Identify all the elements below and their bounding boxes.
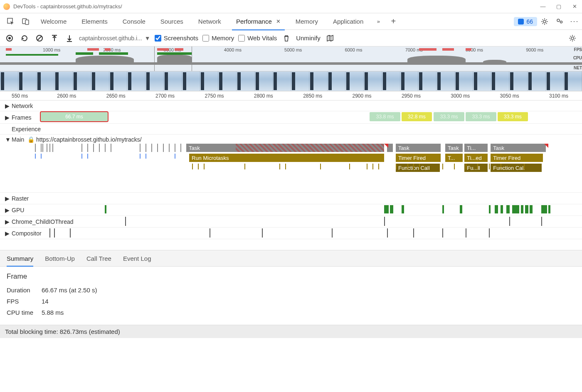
gpu-bar[interactable] [495, 205, 498, 213]
screenshot-thumb[interactable] [37, 71, 55, 91]
expand-icon[interactable]: ▶ [5, 207, 9, 213]
screenshot-thumb[interactable] [345, 71, 364, 91]
clear-button[interactable] [34, 33, 45, 44]
gpu-bar[interactable] [506, 205, 510, 213]
tracks-panel[interactable]: ▶Network ▶Frames 66.7 ms33.8 ms32.8 ms33… [0, 100, 582, 250]
gpu-bar[interactable] [442, 205, 444, 213]
gpu-bar[interactable] [489, 205, 491, 213]
capture-settings-icon[interactable] [567, 33, 578, 44]
expand-icon[interactable]: ▶ [5, 218, 9, 225]
new-tab-icon[interactable]: + [388, 17, 398, 27]
btab-eventlog[interactable]: Event Log [123, 251, 151, 266]
settings-icon[interactable] [540, 17, 550, 27]
minimize-button[interactable]: — [539, 3, 547, 10]
memory-checkbox[interactable]: Memory [202, 34, 234, 42]
btab-summary[interactable]: Summary [7, 251, 33, 266]
tab-close-icon[interactable]: ✕ [276, 18, 281, 24]
tab-console[interactable]: Console [115, 13, 153, 30]
close-button[interactable]: ✕ [570, 3, 579, 10]
btab-calltree[interactable]: Call Tree [86, 251, 111, 266]
screenshot-thumb[interactable] [400, 71, 419, 91]
screenshot-thumb[interactable] [455, 71, 473, 91]
flame-bar[interactable]: Task [396, 144, 441, 152]
gpu-bar[interactable] [501, 205, 503, 213]
screenshot-thumb[interactable] [382, 71, 400, 91]
track-main[interactable]: ▼Main 🔒 https://captainbrosset.github.io… [0, 135, 582, 193]
trash-button[interactable] [281, 33, 292, 44]
expand-icon[interactable]: ▶ [5, 114, 9, 121]
upload-button[interactable] [49, 33, 60, 44]
track-raster[interactable]: ▶Raster [0, 193, 582, 204]
screenshot-thumb[interactable] [91, 71, 109, 91]
screenshot-thumb[interactable] [73, 71, 91, 91]
screenshot-thumb[interactable] [528, 71, 546, 91]
screenshot-thumb[interactable] [146, 71, 164, 91]
track-childio[interactable]: ▶Chrome_ChildIOThread [0, 216, 582, 228]
screenshot-thumb[interactable] [473, 71, 491, 91]
flame-bar[interactable]: Timer Fired [396, 154, 441, 162]
screenshot-thumb[interactable] [564, 71, 582, 91]
tab-memory[interactable]: Memory [288, 13, 326, 30]
tab-elements[interactable]: Elements [74, 13, 115, 30]
webvitals-checkbox[interactable]: Web Vitals [238, 34, 277, 42]
screenshot-thumb[interactable] [491, 71, 509, 91]
gpu-bar[interactable] [530, 205, 533, 213]
frame-chip[interactable]: 66.7 ms [41, 112, 108, 121]
screenshot-thumb[interactable] [54, 71, 73, 91]
screenshot-filmstrip[interactable] [0, 71, 582, 91]
reload-record-button[interactable] [19, 33, 30, 44]
screenshot-thumb[interactable] [109, 71, 128, 91]
frame-chip[interactable]: 33.3 ms [498, 112, 528, 121]
flame-bar[interactable]: Function Call [396, 164, 440, 172]
flame-bar[interactable]: Timer Fired [491, 154, 543, 162]
gpu-bar[interactable] [525, 205, 528, 213]
flame-bar[interactable]: Run Microtasks [189, 154, 384, 162]
screenshot-thumb[interactable] [436, 71, 455, 91]
more-tabs-icon[interactable]: » [373, 17, 383, 27]
maximize-button[interactable]: ▢ [555, 3, 563, 10]
flame-bar[interactable] [236, 144, 384, 152]
screenshot-thumb[interactable] [418, 71, 436, 91]
screenshot-thumb[interactable] [328, 71, 346, 91]
feedback-icon[interactable] [555, 17, 565, 27]
screenshot-thumb[interactable] [164, 71, 182, 91]
screenshot-thumb[interactable] [309, 71, 328, 91]
gpu-bar[interactable] [521, 205, 523, 213]
map-icon[interactable] [325, 33, 335, 44]
gpu-bar[interactable] [548, 205, 551, 213]
flame-bar[interactable]: Task [186, 144, 236, 152]
overview-minimap[interactable]: 1000 ms2000 ms3000 ms4000 ms5000 ms6000 … [0, 47, 582, 71]
gpu-bar[interactable] [460, 205, 462, 213]
screenshot-thumb[interactable] [18, 71, 37, 91]
record-button[interactable] [4, 33, 15, 44]
frame-chip[interactable]: 33.3 ms [434, 112, 464, 121]
gpu-bar[interactable] [105, 205, 106, 213]
flame-bar[interactable]: Fu...ll [464, 164, 488, 172]
frame-chip[interactable]: 32.8 ms [402, 112, 432, 121]
download-button[interactable] [64, 33, 75, 44]
flame-bar[interactable]: Function Call [491, 164, 542, 172]
tab-sources[interactable]: Sources [153, 13, 191, 30]
inspect-icon[interactable] [6, 17, 16, 27]
screenshot-thumb[interactable] [255, 71, 273, 91]
screenshot-thumb[interactable] [509, 71, 528, 91]
detail-ruler[interactable]: 550 ms2600 ms2650 ms2700 ms2750 ms2800 m… [0, 91, 582, 100]
screenshot-thumb[interactable] [237, 71, 255, 91]
expand-icon[interactable]: ▶ [5, 103, 9, 109]
screenshot-thumb[interactable] [218, 71, 237, 91]
flame-bar[interactable]: Ti...ed [464, 154, 488, 162]
tab-application[interactable]: Application [326, 13, 371, 30]
tab-welcome[interactable]: Welcome [33, 13, 74, 30]
frame-chip[interactable]: 33.8 ms [370, 112, 400, 121]
screenshot-thumb[interactable] [0, 71, 18, 91]
screenshot-thumb[interactable] [364, 71, 382, 91]
screenshot-thumb[interactable] [291, 71, 309, 91]
track-gpu[interactable]: ▶GPU [0, 204, 582, 216]
screenshot-thumb[interactable] [182, 71, 200, 91]
screenshot-thumb[interactable] [200, 71, 218, 91]
frame-chip[interactable]: 33.3 ms [466, 112, 496, 121]
track-frames[interactable]: ▶Frames 66.7 ms33.8 ms32.8 ms33.3 ms33.3… [0, 111, 582, 124]
screenshot-thumb[interactable] [546, 71, 564, 91]
expand-icon[interactable]: ▶ [5, 230, 9, 237]
device-toggle-icon[interactable] [21, 17, 31, 27]
